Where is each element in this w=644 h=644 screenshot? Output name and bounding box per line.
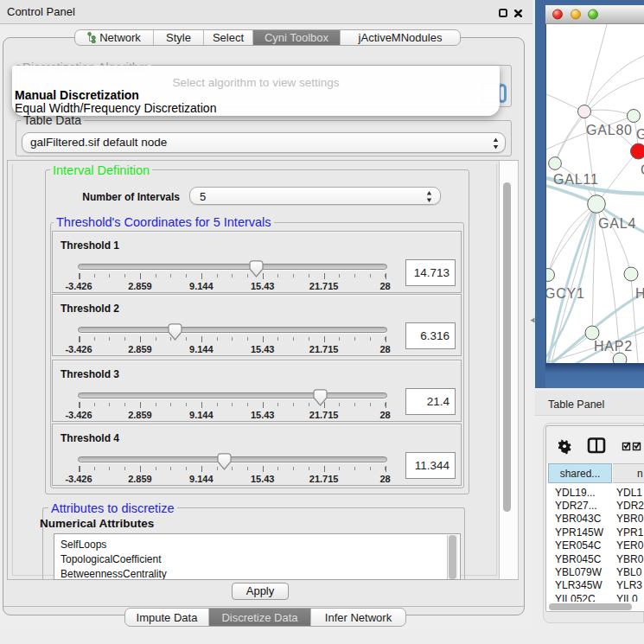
svg-text:G.: G.: [636, 127, 644, 142]
svg-text:GAL11: GAL11: [553, 172, 599, 187]
svg-text:C: C: [641, 163, 644, 177]
svg-text:GAL80: GAL80: [586, 123, 633, 137]
svg-text:HAP2: HAP2: [594, 339, 633, 354]
svg-text:H: H: [635, 286, 644, 301]
svg-text:GCY1: GCY1: [546, 286, 585, 301]
svg-text:GAL4: GAL4: [598, 216, 636, 231]
